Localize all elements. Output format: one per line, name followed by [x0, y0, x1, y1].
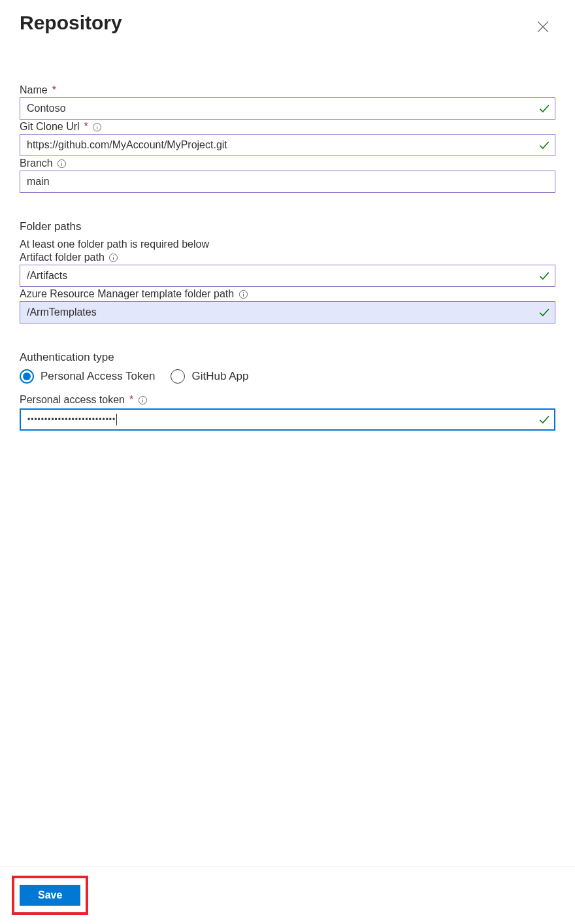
field-arm-path: Azure Resource Manager template folder p… — [20, 288, 555, 323]
token-masked-value: •••••••••••••••••••••••••• — [21, 412, 116, 427]
radio-selected-icon — [20, 369, 34, 384]
panel-footer: Save — [0, 866, 575, 924]
folder-paths-title: Folder paths — [20, 220, 555, 233]
name-label: Name — [20, 84, 48, 96]
svg-point-4 — [97, 124, 97, 125]
token-input[interactable]: •••••••••••••••••••••••••• — [20, 408, 555, 431]
arm-path-label: Azure Resource Manager template folder p… — [20, 288, 234, 300]
required-indicator: * — [84, 121, 88, 133]
text-cursor — [116, 414, 117, 425]
svg-point-7 — [61, 161, 62, 161]
radio-pat-label: Personal Access Token — [41, 370, 155, 383]
radio-unselected-icon — [171, 369, 185, 384]
check-icon — [538, 414, 550, 425]
info-icon[interactable] — [238, 289, 248, 299]
auth-title: Authentication type — [20, 351, 555, 364]
token-label: Personal access token — [20, 394, 125, 406]
radio-github-app[interactable]: GitHub App — [171, 369, 248, 384]
field-name: Name * — [20, 84, 555, 120]
page-title: Repository — [20, 12, 122, 34]
check-icon — [538, 139, 550, 151]
artifact-path-label: Artifact folder path — [20, 252, 105, 263]
radio-pat[interactable]: Personal Access Token — [20, 369, 155, 384]
field-git-url: Git Clone Url * — [20, 121, 555, 156]
git-url-input[interactable] — [20, 134, 555, 156]
save-button[interactable]: Save — [20, 885, 80, 906]
close-icon — [537, 25, 549, 35]
field-token: Personal access token * ••••••••••••••••… — [20, 394, 555, 431]
svg-point-13 — [243, 291, 244, 292]
check-icon — [538, 103, 550, 114]
arm-path-input[interactable] — [20, 301, 555, 323]
branch-label: Branch — [20, 157, 53, 169]
info-icon[interactable] — [137, 395, 148, 405]
name-input[interactable] — [20, 97, 555, 120]
required-indicator: * — [129, 394, 133, 406]
branch-input[interactable] — [20, 171, 555, 193]
auth-radio-group: Personal Access Token GitHub App — [20, 369, 555, 384]
artifact-path-input[interactable] — [20, 265, 555, 287]
info-icon[interactable] — [108, 252, 119, 263]
git-url-label: Git Clone Url — [20, 121, 80, 133]
svg-point-16 — [142, 397, 143, 398]
save-highlight-annotation: Save — [12, 876, 88, 915]
info-icon[interactable] — [92, 122, 103, 132]
field-branch: Branch — [20, 157, 555, 193]
field-artifact-path: Artifact folder path — [20, 252, 555, 287]
panel-header: Repository — [20, 12, 555, 37]
check-icon — [538, 306, 550, 318]
info-icon[interactable] — [57, 158, 67, 169]
required-indicator: * — [52, 84, 56, 96]
folder-paths-subtitle: At least one folder path is required bel… — [20, 239, 555, 250]
check-icon — [538, 270, 550, 282]
svg-point-10 — [113, 255, 114, 256]
radio-github-label: GitHub App — [191, 370, 248, 383]
close-button[interactable] — [534, 18, 551, 37]
